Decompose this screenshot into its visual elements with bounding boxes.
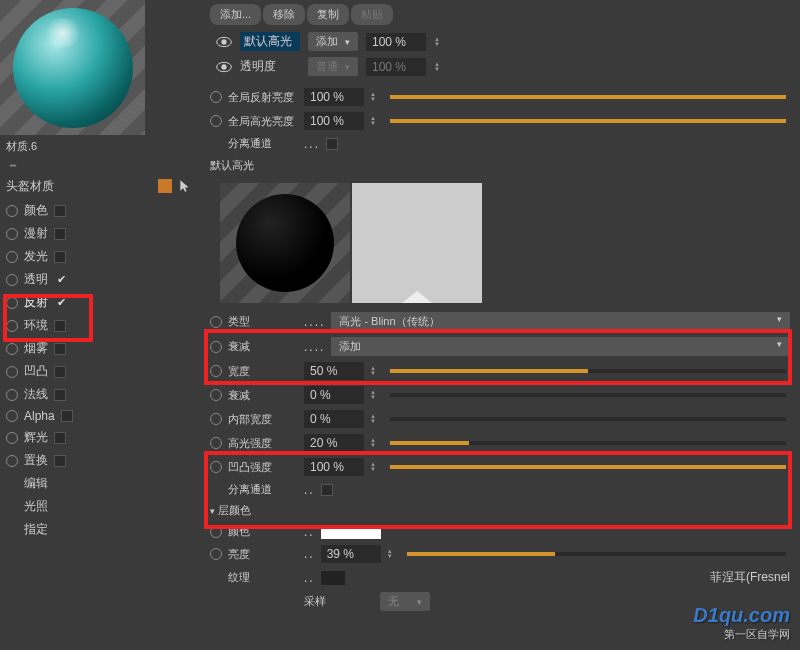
copy-button[interactable]: 复制 (307, 4, 349, 25)
checkbox[interactable] (54, 251, 66, 263)
add-button[interactable]: 添加... (210, 4, 261, 25)
value-field[interactable]: 20 % (304, 434, 364, 452)
channel-luminance[interactable]: 发光 (0, 245, 200, 268)
checkbox[interactable] (54, 389, 66, 401)
eye-icon[interactable] (216, 36, 232, 48)
spinner[interactable]: ▲▼ (434, 62, 444, 72)
blend-mode-dropdown[interactable]: 添加 (308, 32, 358, 51)
layer-default-specular[interactable]: 默认高光 添加 100 % ▲▼ (200, 29, 790, 54)
checkbox[interactable] (54, 432, 66, 444)
radio-icon[interactable] (210, 413, 222, 425)
slider[interactable] (390, 119, 786, 123)
value-field[interactable]: 39 % (321, 545, 381, 563)
remove-button[interactable]: 移除 (263, 4, 305, 25)
channel-environment[interactable]: 环境 (0, 314, 200, 337)
radio-icon[interactable] (210, 115, 222, 127)
spinner[interactable]: ▲▼ (434, 37, 444, 47)
fresnel-label: 菲涅耳(Fresnel (710, 569, 790, 586)
cursor-icon[interactable] (176, 177, 194, 195)
slider[interactable] (390, 369, 786, 373)
checkbox[interactable] (54, 320, 66, 332)
checkbox[interactable] (54, 343, 66, 355)
layer-color-section[interactable]: 层颜色 (200, 500, 790, 521)
checkbox[interactable] (54, 366, 66, 378)
checkbox[interactable] (321, 484, 333, 496)
spinner[interactable]: ▲▼ (387, 549, 397, 559)
layer-transparency[interactable]: 透明度 普通 100 % ▲▼ (200, 54, 790, 79)
layer-preview-thumbs (200, 177, 790, 309)
layer-name: 默认高光 (240, 32, 300, 51)
radio-icon[interactable] (210, 437, 222, 449)
value-field[interactable]: 100 % (304, 112, 364, 130)
checkbox[interactable] (61, 410, 73, 422)
radio-icon[interactable] (210, 526, 222, 538)
slider[interactable] (390, 465, 786, 469)
opacity-field[interactable]: 100 % (366, 33, 426, 51)
radio-icon[interactable] (210, 389, 222, 401)
channel-normal[interactable]: 法线 (0, 383, 200, 406)
sample-dropdown[interactable]: 无 (380, 592, 430, 611)
checkbox[interactable] (54, 455, 66, 467)
spinner[interactable]: ▲▼ (370, 390, 380, 400)
value-field[interactable]: 0 % (304, 410, 364, 428)
value-field[interactable]: 0 % (304, 386, 364, 404)
radio-icon[interactable] (210, 316, 222, 328)
channel-assign[interactable]: 指定 (0, 518, 200, 541)
value-field[interactable]: 100 % (304, 88, 364, 106)
channel-header[interactable]: 头盔材质 (0, 173, 200, 199)
spinner[interactable]: ▲▼ (370, 92, 380, 102)
slider[interactable] (407, 552, 786, 556)
ring-icon (6, 366, 18, 378)
spinner[interactable]: ▲▼ (370, 462, 380, 472)
checkbox[interactable] (54, 205, 66, 217)
slider[interactable] (390, 95, 786, 99)
spinner[interactable]: ▲▼ (370, 116, 380, 126)
spinner[interactable]: ▲▼ (370, 438, 380, 448)
svg-point-1 (221, 39, 226, 44)
checkbox-checked[interactable]: ✔ (54, 273, 68, 287)
thumb-specular[interactable] (220, 183, 350, 303)
radio-icon[interactable] (210, 341, 222, 353)
color-swatch[interactable] (321, 525, 381, 539)
spinner[interactable]: ▲▼ (370, 414, 380, 424)
radio-icon[interactable] (210, 548, 222, 560)
channel-fog[interactable]: 烟雾 (0, 337, 200, 360)
radio-icon[interactable] (210, 91, 222, 103)
channel-transparency[interactable]: 透明✔ (0, 268, 200, 291)
radio-icon[interactable] (210, 461, 222, 473)
slider[interactable] (390, 393, 786, 397)
paste-button[interactable]: 粘贴 (351, 4, 393, 25)
channel-alpha[interactable]: Alpha (0, 406, 200, 426)
slider[interactable] (390, 417, 786, 421)
checkbox[interactable] (326, 138, 338, 150)
channel-illumination[interactable]: 光照 (0, 495, 200, 518)
channel-bump[interactable]: 凹凸 (0, 360, 200, 383)
material-tag-icon[interactable] (158, 179, 172, 193)
blend-mode-dropdown[interactable]: 普通 (308, 57, 358, 76)
falloff-dropdown[interactable]: 添加 (331, 337, 790, 356)
channel-edit[interactable]: 编辑 (0, 472, 200, 495)
thumb-color[interactable] (352, 183, 482, 303)
texture-thumb[interactable] (321, 571, 345, 585)
value-field[interactable]: 100 % (304, 458, 364, 476)
material-name[interactable]: 材质.6 (0, 135, 200, 158)
channel-displacement[interactable]: 置换 (0, 449, 200, 472)
value-field[interactable]: 50 % (304, 362, 364, 380)
channel-color[interactable]: 颜色 (0, 199, 200, 222)
spinner[interactable]: ▲▼ (370, 366, 380, 376)
ring-icon (6, 389, 18, 401)
checkbox[interactable] (54, 228, 66, 240)
channel-diffuse[interactable]: 漫射 (0, 222, 200, 245)
eye-icon[interactable] (216, 61, 232, 73)
channel-glow[interactable]: 辉光 (0, 426, 200, 449)
channel-header-label: 头盔材质 (6, 178, 154, 195)
radio-icon[interactable] (210, 365, 222, 377)
brightness-row: 亮度 .. 39 % ▲▼ (200, 542, 790, 566)
material-preview[interactable] (0, 0, 145, 135)
slider[interactable] (390, 441, 786, 445)
specular-strength-row: 高光强度 20 % ▲▼ (200, 431, 790, 455)
checkbox-checked[interactable]: ✔ (54, 296, 68, 310)
type-dropdown[interactable]: 高光 - Blinn（传统） (331, 312, 790, 331)
channel-reflection[interactable]: 反射✔ (0, 291, 200, 314)
opacity-field[interactable]: 100 % (366, 58, 426, 76)
